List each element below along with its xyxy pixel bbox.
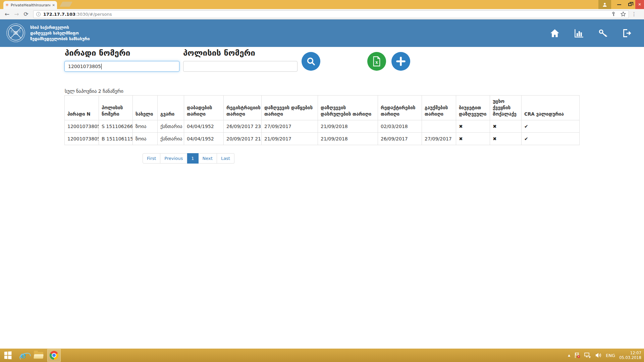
org-name-line1: სსიპ საქართველოს — [30, 25, 90, 31]
table-cell: 04/04/1952 — [184, 133, 224, 145]
check-mark-icon: ✔ — [522, 133, 580, 145]
table-cell: 12001073805 — [65, 133, 99, 145]
column-header: გვარი — [158, 96, 184, 120]
language-indicator[interactable]: ENG — [606, 353, 615, 358]
page-info-icon[interactable]: i — [36, 12, 41, 16]
cross-mark-icon: ✖ — [490, 120, 522, 133]
file-explorer-icon — [34, 352, 43, 359]
pagination: First Previous 1 Next Last — [143, 153, 234, 164]
table-cell: 20/09/2017 21:46 — [224, 133, 262, 145]
check-mark-icon: ✔ — [522, 120, 580, 133]
password-key-icon[interactable] — [611, 12, 616, 16]
org-name: სსიპ საქართველოს დაზღვევის სახელმწიფო ზე… — [30, 25, 90, 42]
org-name-line3: ზედამხედველობის სამსახური — [30, 36, 90, 42]
reports-chart-icon[interactable] — [574, 28, 584, 38]
table-cell: ქანთარია — [158, 133, 184, 145]
column-header: პირადი N — [65, 96, 99, 120]
cross-mark-icon: ✖ — [456, 133, 490, 145]
svg-text:x: x — [375, 60, 378, 65]
persons-table: პირადი Nპოლისის ნომერისახელიგვარიდაბადებ… — [64, 95, 580, 145]
profile-icon[interactable] — [598, 0, 611, 9]
org-name-line2: დაზღვევის სახელმწიფო — [30, 31, 90, 36]
url-host: 172.17.7.103 — [43, 12, 75, 17]
table-cell: 04/04/1952 — [184, 120, 224, 133]
table-cell: ზოია — [133, 120, 158, 133]
table-cell: 12001073805 — [65, 120, 99, 133]
pagination-page-1[interactable]: 1 — [187, 153, 198, 164]
chrome-menu-icon[interactable]: ⋮ — [632, 11, 637, 17]
add-person-button[interactable] — [391, 52, 410, 71]
new-tab-button[interactable] — [60, 2, 72, 7]
tab-close-icon[interactable]: ✕ — [52, 3, 55, 7]
network-icon[interactable] — [584, 352, 591, 358]
restore-button[interactable] — [625, 0, 635, 9]
export-excel-button[interactable]: x — [367, 52, 386, 71]
table-cell: 26/09/2017 23:11 — [224, 120, 262, 133]
taskbar-file-explorer[interactable] — [31, 349, 46, 362]
table-cell: 27/09/2017 — [262, 120, 318, 133]
browser-toolbar: ← → ⟳ i 172.17.7.103:3030/#/persons ⋮ — [0, 9, 644, 19]
column-header: უცხო ქვეყნის მოქალაქე — [490, 96, 522, 120]
start-button[interactable] — [0, 349, 15, 362]
org-logo — [6, 23, 25, 43]
pagination-previous[interactable]: Previous — [160, 153, 187, 164]
column-header: დაზღვევის დაწყების თარიღი — [262, 96, 318, 120]
windows-logo-icon — [4, 351, 12, 359]
personal-number-label: პირადი ნომერი — [65, 48, 130, 58]
column-header: ბიუჯეტით დაზღვეული — [456, 96, 490, 120]
column-header: დაზღვევის დასრულების თარიღი — [318, 96, 378, 120]
taskbar-internet-explorer[interactable]: e — [15, 349, 31, 362]
table-cell: B 1511061154 — [99, 133, 133, 145]
back-button[interactable]: ← — [5, 11, 9, 17]
app-navbar: სსიპ საქართველოს დაზღვევის სახელმწიფო ზე… — [0, 19, 644, 47]
column-header: გაუქმების თარიღი — [422, 96, 456, 120]
personal-number-input[interactable]: 12001073805 — [64, 61, 179, 72]
internet-explorer-icon: e — [20, 350, 26, 360]
table-cell: 26/09/2017 — [378, 133, 422, 145]
policy-number-input[interactable] — [183, 61, 298, 72]
table-cell: 21/09/2017 — [262, 133, 318, 145]
windows-taskbar: e ▲ ENG 12:07 05.03.2018 — [0, 349, 644, 362]
url-path: :3030/#/persons — [75, 12, 112, 17]
table-cell — [422, 120, 456, 133]
window-titlebar: ✳ PrivateHealthInsurancePo ✕ ✕ — [0, 0, 644, 9]
pagination-next[interactable]: Next — [199, 153, 217, 164]
pagination-first[interactable]: First — [143, 153, 160, 164]
pagination-last[interactable]: Last — [217, 153, 234, 164]
chrome-icon — [50, 351, 58, 360]
address-bar[interactable]: i 172.17.7.103:3030/#/persons — [33, 10, 629, 18]
logout-icon[interactable] — [623, 28, 632, 38]
taskbar-chrome[interactable] — [47, 349, 61, 362]
search-button[interactable] — [302, 52, 320, 71]
column-header: სახელი — [133, 96, 158, 120]
minimize-button[interactable] — [614, 0, 625, 9]
table-cell: 21/09/2018 — [318, 120, 378, 133]
browser-tab[interactable]: ✳ PrivateHealthInsurancePo ✕ — [3, 1, 57, 9]
key-icon[interactable] — [598, 28, 608, 38]
table-header-row: პირადი Nპოლისის ნომერისახელიგვარიდაბადებ… — [65, 96, 580, 120]
column-header: CRA ვალიდურია — [522, 96, 580, 120]
text-caret — [101, 64, 102, 69]
table-row[interactable]: 12001073805S 1511062662ზოიაქანთარია04/04… — [65, 120, 580, 133]
column-header: რედაქტირების თარიღი — [378, 96, 422, 120]
table-cell: ზოია — [133, 133, 158, 145]
clock-date: 05.03.2018 — [619, 355, 641, 360]
url-text[interactable]: 172.17.7.103:3030/#/persons — [43, 12, 608, 17]
table-row[interactable]: 12001073805B 1511061154ზოიაქანთარია04/04… — [65, 133, 580, 145]
tray-expand-icon[interactable]: ▲ — [568, 354, 570, 357]
volume-icon[interactable] — [595, 352, 602, 358]
tab-title: PrivateHealthInsurancePo — [11, 3, 50, 7]
clock-time: 12:07 — [619, 351, 641, 355]
personal-number-value: 12001073805 — [68, 64, 101, 69]
action-center-flag-icon[interactable] — [574, 352, 580, 358]
refresh-button[interactable]: ⟳ — [24, 11, 29, 17]
system-clock[interactable]: 12:07 05.03.2018 — [619, 351, 641, 360]
close-button[interactable]: ✕ — [635, 0, 644, 9]
home-icon[interactable] — [550, 28, 559, 38]
forward-button: → — [14, 11, 19, 17]
column-header: რეგისტრაციის თარიღი — [224, 96, 262, 120]
table-cell: ქანთარია — [158, 120, 184, 133]
table-body: 12001073805S 1511062662ზოიაქანთარია04/04… — [65, 120, 580, 145]
bookmark-star-icon[interactable] — [621, 11, 626, 17]
table-cell: 02/03/2018 — [378, 120, 422, 133]
